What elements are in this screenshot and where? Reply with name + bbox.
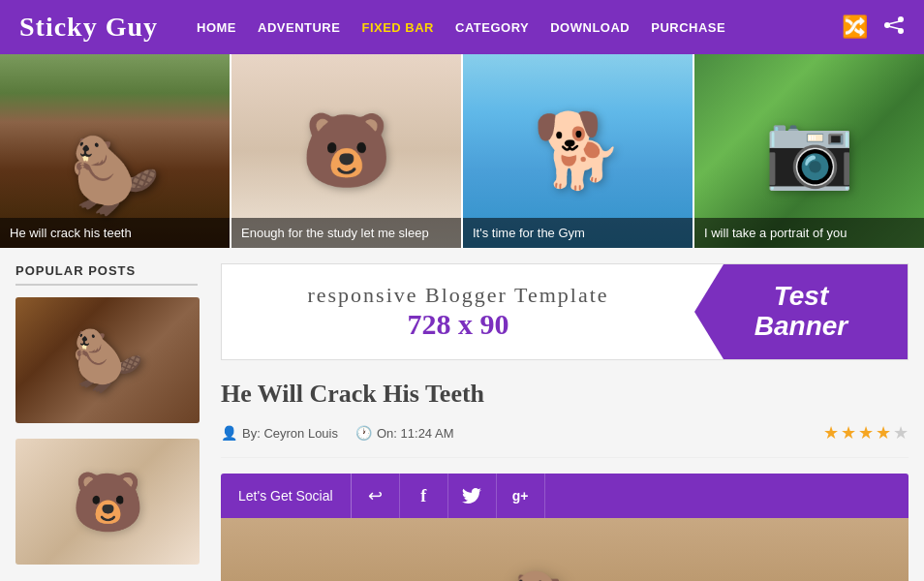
author-text: By: Ceyron Louis [242,426,338,441]
main-nav: HOME ADVENTURE FIXED BAR CATEGORY DOWNLO… [197,20,842,35]
sidebar: POPULAR POSTS 🦫 🐻 [0,263,213,581]
header: Sticky Guy HOME ADVENTURE FIXED BAR CATE… [0,0,924,54]
article-meta: 👤 By: Ceyron Louis 🕐 On: 11:24 AM ★ ★ ★ … [221,422,909,458]
social-label: Let's Get Social [221,474,352,518]
logo[interactable]: Sticky Guy [19,12,158,43]
star-1: ★ [823,422,839,443]
nav-fixed-bar[interactable]: FIXED BAR [361,20,434,35]
social-bar: Let's Get Social ↩ f g+ [221,474,909,518]
social-icons: ↩ f g+ [352,474,545,518]
article-area: responsive Blogger Template 728 x 90 Tes… [213,263,924,581]
star-4: ★ [876,422,891,443]
header-icons: 🔀 [842,15,905,40]
social-gplus-icon[interactable]: g+ [497,474,545,518]
banner: responsive Blogger Template 728 x 90 Tes… [221,263,909,360]
sidebar-post-img-1: 🦫 [15,297,200,423]
nav-adventure[interactable]: ADVENTURE [258,20,340,35]
main-content: POPULAR POSTS 🦫 🐻 responsive Blogger Tem… [0,248,924,581]
hero-item-1[interactable]: 🦫 He will crack his teeth [0,54,230,248]
star-3: ★ [858,422,874,443]
hero-caption-1: He will crack his teeth [0,218,230,248]
social-twitter-icon[interactable] [448,474,497,518]
svg-point-2 [884,22,890,28]
share-icon[interactable] [883,16,905,39]
nav-category[interactable]: CATEGORY [455,20,529,35]
banner-right-container: TestBanner [694,264,908,359]
nav-home[interactable]: HOME [197,20,236,35]
banner-right-text: TestBanner [755,282,847,342]
sidebar-post-img-2: 🐻 [15,439,200,565]
star-5: ★ [893,422,909,443]
sidebar-title: POPULAR POSTS [15,263,198,286]
nav-download[interactable]: DOWNLOAD [550,20,630,35]
article-title: He Will Crack His Teeth [221,380,909,409]
hero-caption-3: It's time for the Gym [463,218,693,248]
social-reply-icon[interactable]: ↩ [352,474,400,518]
meta-left: 👤 By: Ceyron Louis 🕐 On: 11:24 AM [221,425,454,441]
hero-grid: 🦫 He will crack his teeth 🐻 Enough for t… [0,54,924,248]
meta-time: 🕐 On: 11:24 AM [355,425,454,441]
svg-line-3 [888,21,900,24]
banner-text-1: responsive Blogger Template [307,283,608,308]
clock-icon: 🕐 [355,425,372,441]
hero-caption-2: Enough for the study let me sleep [231,218,461,248]
star-rating: ★ ★ ★ ★ ★ [823,422,909,443]
hero-item-3[interactable]: 🐕 It's time for the Gym [461,54,693,248]
social-facebook-icon[interactable]: f [400,474,448,518]
shuffle-icon[interactable]: 🔀 [842,15,868,40]
banner-left: responsive Blogger Template 728 x 90 [222,273,694,351]
hero-item-4[interactable]: 📷 I will take a portrait of you [693,54,924,248]
sidebar-post-1[interactable]: 🦫 [15,297,198,423]
banner-right: TestBanner [694,264,908,359]
user-icon: 👤 [221,425,237,441]
banner-text-2: 728 x 90 [408,308,509,341]
hero-caption-4: I will take a portrait of you [694,218,924,248]
hero-item-2[interactable]: 🐻 Enough for the study let me sleep [230,54,461,248]
sidebar-post-2[interactable]: 🐻 [15,439,198,565]
svg-line-4 [888,26,900,29]
article-image: 🦫 [221,518,909,581]
meta-author: 👤 By: Ceyron Louis [221,425,338,441]
nav-purchase[interactable]: PURCHASE [651,20,725,35]
time-text: On: 11:24 AM [377,426,454,441]
star-2: ★ [841,422,856,443]
